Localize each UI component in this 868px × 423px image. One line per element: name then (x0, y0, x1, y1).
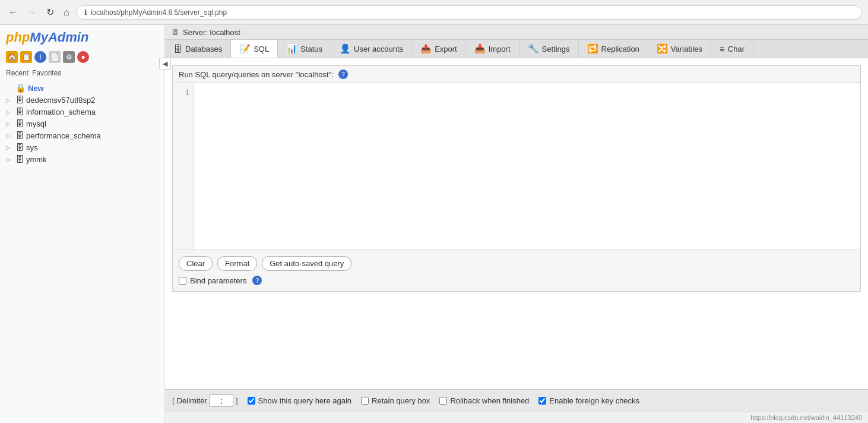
home-icon[interactable]: 🏠 (6, 51, 18, 63)
logo: phpMyAdmin (0, 25, 164, 50)
page-content: Run SQL query/queries on server "localho… (165, 58, 868, 389)
server-icon: 🖥 (171, 27, 179, 37)
favorites-tab[interactable]: Favorites (32, 68, 61, 78)
sql-header: Run SQL query/queries on server "localho… (173, 66, 860, 83)
url-text: localhost/phpMyAdmin4.8.5/server_sql.php (91, 8, 227, 17)
logo-php: php (6, 30, 30, 45)
db-name: performance_schema (26, 131, 101, 140)
settings-icon[interactable]: ⚙ (63, 51, 75, 63)
rollback-checkbox[interactable] (439, 397, 447, 405)
expand-icon: ▷ (6, 132, 13, 139)
foreign-key-checks-checkbox[interactable] (538, 397, 546, 405)
db-item-mysql[interactable]: ▷ 🗄 mysql (2, 118, 162, 130)
content-area: 🖥 Server: localhost 🗄 Databases 📝 SQL 📊 … (165, 25, 868, 423)
show-query-again-option: Show this query here again (248, 396, 352, 405)
status-url: https://blog.csdn.net/waidin_44113249 (750, 414, 862, 421)
tab-status[interactable]: 📊 Status (278, 40, 331, 58)
tab-replication[interactable]: 🔁 Replication (579, 40, 648, 58)
star-icon[interactable]: ● (77, 51, 89, 63)
tab-settings[interactable]: 🔧 Settings (519, 40, 579, 58)
sql-tab-label: SQL (254, 45, 269, 53)
user-accounts-tab-icon: 👤 (340, 43, 351, 54)
clear-button[interactable]: Clear (179, 256, 213, 271)
delimiter-close-bracket: ] (236, 396, 238, 405)
foreign-key-checks-option: Enable foreign key checks (538, 396, 639, 405)
expand-icon: ▷ (6, 109, 13, 115)
foreign-key-checks-label: Enable foreign key checks (549, 396, 639, 405)
databases-tab-icon: 🗄 (173, 44, 182, 54)
db-icon: 🗄 (15, 119, 24, 128)
buttons-section: Clear Format Get auto-saved query Bind p… (173, 250, 860, 291)
retain-query-box-option: Retain query box (361, 396, 430, 405)
db-item-dedecms[interactable]: ▷ 🗄 dedecmsv57utf8sp2 (2, 94, 162, 106)
line-number-1: 1 (176, 88, 189, 97)
db-item-ymmk[interactable]: ▷ 🗄 ymmk (2, 153, 162, 165)
sidebar: phpMyAdmin 🏠 📋 i 📄 ⚙ ● Recent Favorites (0, 25, 165, 423)
sql-editor-wrapper: 1 (173, 83, 860, 250)
tab-databases[interactable]: 🗄 Databases (165, 40, 231, 58)
tab-export[interactable]: 📤 Export (412, 40, 466, 58)
databases-tab-label: Databases (185, 45, 222, 53)
export-tab-label: Export (435, 45, 457, 53)
forward-button[interactable]: → (25, 6, 39, 19)
bind-parameters-label: Bind parameters (190, 276, 246, 285)
copy-icon[interactable]: 📄 (49, 51, 61, 63)
tab-user-accounts[interactable]: 👤 User accounts (331, 40, 412, 58)
retain-query-box-label: Retain query box (372, 396, 430, 405)
security-icon: ℹ (84, 8, 87, 17)
bind-params-help-icon[interactable]: ? (252, 276, 262, 285)
database-list: 🔒 New ▷ 🗄 dedecmsv57utf8sp2 ▷ 🗄 informat… (0, 82, 164, 165)
new-db-label: New (28, 84, 44, 93)
tab-charsets[interactable]: ≡ Char (711, 40, 753, 58)
replication-tab-icon: 🔁 (587, 43, 598, 54)
database-icon[interactable]: 📋 (20, 51, 32, 63)
retain-query-box-checkbox[interactable] (361, 397, 369, 405)
charsets-tab-icon: ≡ (720, 44, 725, 54)
rollback-option: Rollback when finished (439, 396, 529, 405)
db-icon: 🗄 (15, 95, 24, 105)
delimiter-group: [ Delimiter ] (172, 394, 238, 407)
format-button[interactable]: Format (217, 256, 257, 271)
bind-parameters-checkbox[interactable] (179, 277, 186, 285)
address-bar[interactable]: ℹ localhost/phpMyAdmin4.8.5/server_sql.p… (77, 5, 862, 20)
status-tab-label: Status (300, 45, 322, 53)
info-icon[interactable]: i (34, 51, 46, 63)
sidebar-collapse-button[interactable]: ◀ (159, 58, 171, 70)
help-icon[interactable]: ? (338, 70, 348, 79)
variables-tab-label: Variables (671, 45, 702, 53)
tab-sql[interactable]: 📝 SQL (231, 40, 278, 58)
db-item-sys[interactable]: ▷ 🗄 sys (2, 141, 162, 153)
home-button[interactable]: ⌂ (61, 6, 72, 19)
tab-import[interactable]: 📥 Import (466, 40, 519, 58)
db-icon: 🗄 (15, 154, 24, 164)
db-icon: 🗄 (15, 143, 24, 152)
line-numbers: 1 (173, 83, 194, 250)
options-bar: [ Delimiter ] Show this query here again… (165, 389, 868, 412)
db-item-new[interactable]: 🔒 New (2, 82, 162, 94)
show-query-again-label: Show this query here again (258, 396, 352, 405)
left-panel: phpMyAdmin 🏠 📋 i 📄 ⚙ ● Recent Favorites (0, 25, 165, 423)
db-name: mysql (26, 119, 46, 128)
back-button[interactable]: ← (6, 6, 20, 19)
server-title: Server: localhost (183, 28, 240, 37)
sql-textarea[interactable] (194, 83, 860, 250)
get-autosaved-button[interactable]: Get auto-saved query (262, 256, 351, 271)
status-tab-icon: 📊 (286, 43, 297, 54)
delimiter-label: Delimiter (177, 396, 207, 405)
new-db-icon: 🔒 (15, 83, 26, 93)
db-name: sys (26, 143, 38, 152)
delimiter-open-bracket: [ (172, 396, 175, 405)
show-query-again-checkbox[interactable] (248, 397, 255, 405)
db-item-information-schema[interactable]: ▷ 🗄 information_schema (2, 106, 162, 118)
settings-tab-icon: 🔧 (528, 43, 539, 54)
expand-icon: ▷ (6, 97, 13, 103)
reload-button[interactable]: ↻ (44, 5, 56, 19)
rollback-label: Rollback when finished (450, 396, 529, 405)
delimiter-input[interactable] (210, 394, 233, 407)
sidebar-icons: 🏠 📋 i 📄 ⚙ ● (0, 50, 164, 68)
recent-tab[interactable]: Recent (6, 68, 28, 78)
db-item-performance-schema[interactable]: ▷ 🗄 performance_schema (2, 130, 162, 141)
tab-variables[interactable]: 🔀 Variables (648, 40, 711, 58)
browser-chrome: ← → ↻ ⌂ ℹ localhost/phpMyAdmin4.8.5/serv… (0, 0, 868, 25)
logo-myadmin: MyAdmin (30, 30, 88, 45)
